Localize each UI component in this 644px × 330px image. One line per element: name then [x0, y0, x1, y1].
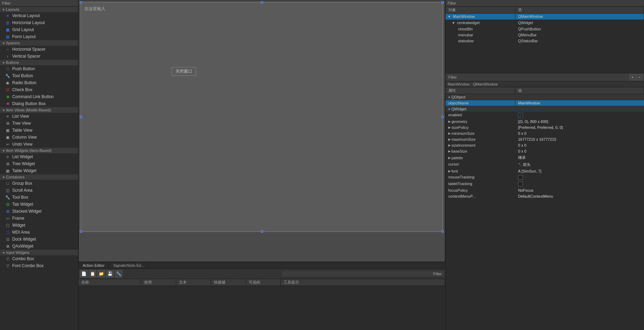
- prop-row-maximumsize[interactable]: maximumSize 16777215 x 16777215: [445, 137, 644, 142]
- tab-action-editor[interactable]: Action Editor: [78, 262, 109, 269]
- sidebar-item-check-box[interactable]: ☑ Check Box: [0, 86, 78, 93]
- sidebar-item-undo-view[interactable]: ↩ Undo View: [0, 141, 78, 148]
- action-copy-btn[interactable]: 📋: [89, 270, 96, 278]
- prop-row-basesize[interactable]: baseSize 0 x 0: [445, 148, 644, 154]
- sidebar-item-dock-widget[interactable]: ⊡ Dock Widget: [0, 236, 78, 243]
- sidebar-item-label: Form Layout: [12, 34, 36, 39]
- prop-key-mousetracking: mouseTracking: [445, 174, 515, 181]
- prop-row-enabled[interactable]: enabled ✓: [445, 112, 644, 119]
- sidebar-item-horizontal-spacer[interactable]: ↔ Horizontal Spacer: [0, 46, 78, 53]
- object-tree-body: ▾ MainWindow QMainWindow ▾ centralwidget…: [445, 14, 644, 73]
- sidebar-item-column-view[interactable]: ▣ Column View: [0, 134, 78, 141]
- prop-row-geometry[interactable]: geometry [(0, 0), 800 x 600]: [445, 119, 644, 125]
- prop-val-cursor: ↖ 箭头: [515, 161, 644, 168]
- prop-row-sizepolicy[interactable]: sizePolicy [Preferred, Preferred, 0, 0]: [445, 125, 644, 131]
- action-new-btn[interactable]: 📄: [80, 270, 88, 278]
- sidebar-item-form-layout[interactable]: ▤ Form Layout: [0, 33, 78, 40]
- sidebar-item-tree-view[interactable]: ⊞ Tree View: [0, 120, 78, 127]
- sidebar-item-push-button[interactable]: □ Push Button: [0, 65, 78, 72]
- sidebar-item-label: Tool Box: [12, 195, 28, 200]
- tree-row-statusbar[interactable]: statusbar QStatusBar: [445, 38, 644, 44]
- sidebar-item-scroll-area[interactable]: ◫ Scroll Area: [0, 187, 78, 194]
- sidebar-item-tree-widget[interactable]: ⊞ Tree Widget: [0, 160, 78, 167]
- check-box-icon: ☑: [5, 87, 10, 93]
- dialog-button-box-icon: ✖: [5, 101, 10, 107]
- col-optional: 可选的: [246, 279, 281, 286]
- sidebar-item-tool-button[interactable]: 🔧 Tool Button: [0, 72, 78, 79]
- sidebar-item-vertical-spacer[interactable]: ↕ Vertical Spacer: [0, 53, 78, 60]
- action-open-btn[interactable]: 📁: [97, 270, 105, 278]
- props-header: 属性 值: [445, 87, 644, 94]
- props-remove-button[interactable]: −: [636, 74, 643, 80]
- sidebar-item-label: Tool Button: [12, 73, 33, 78]
- prop-row-minimumsize[interactable]: minimumSize 0 x 0: [445, 131, 644, 137]
- tab-signals-slots[interactable]: Signals/Slots Ed...: [109, 262, 149, 269]
- mousetracking-checkbox[interactable]: ✓: [518, 175, 523, 180]
- tree-row-closebtn[interactable]: closeBtn QPushButton: [445, 26, 644, 32]
- sidebar-item-grid-layout[interactable]: ▦ Grid Layout: [0, 26, 78, 33]
- handle-tr: [442, 1, 444, 3]
- tree-col-obj: 对象: [445, 7, 515, 13]
- prop-key-focuspolicy: focusPolicy: [445, 188, 515, 193]
- tree-row-centralwidget[interactable]: ▾ centralwidget QWidget: [445, 20, 644, 26]
- sidebar-item-mdi-area[interactable]: ▢ MDI Area: [0, 229, 78, 236]
- sidebar-item-list-view[interactable]: ≡ List View: [0, 113, 78, 120]
- sidebar-item-qax-widget[interactable]: ⊠ QAxWidget: [0, 243, 78, 250]
- prop-row-contextmenupolicy[interactable]: contextMenuP... DefaultContextMenu: [445, 193, 644, 199]
- prop-row-sizeincrement[interactable]: sizeIncrement 0 x 0: [445, 142, 644, 148]
- prop-row-focuspolicy[interactable]: focusPolicy NoFocus: [445, 188, 644, 193]
- action-save-btn[interactable]: 💾: [106, 270, 114, 278]
- canvas-close-button[interactable]: 关闭窗口: [172, 67, 196, 76]
- prop-row-tablettracking[interactable]: tabletTracking ✓: [445, 181, 644, 188]
- sidebar-item-stacked-widget[interactable]: ⊞ Stacked Widget: [0, 208, 78, 215]
- radio-button-icon: ◉: [5, 80, 10, 86]
- props-section-qobject[interactable]: QObject: [445, 94, 644, 100]
- section-item-widgets: Item Widgets (Item-Based): [0, 148, 78, 153]
- prop-val-tablettracking: ✓: [515, 181, 644, 187]
- prop-row-objectname[interactable]: objectName MainWindow: [445, 100, 644, 106]
- section-item-views: Item Views (Model-Based): [0, 107, 78, 113]
- horizontal-layout-icon: |||: [5, 20, 10, 25]
- action-settings-btn[interactable]: 🔧: [115, 270, 122, 278]
- sidebar-item-frame[interactable]: ▭ Frame: [0, 215, 78, 222]
- sidebar-item-command-link-button[interactable]: ⊕ Command Link Button: [0, 93, 78, 100]
- prop-val-sizepolicy: [Preferred, Preferred, 0, 0]: [515, 125, 644, 130]
- prop-row-font[interactable]: font A [SimSun, 7]: [445, 168, 644, 174]
- prop-val-sizeincrement: 0 x 0: [515, 142, 644, 148]
- props-add-button[interactable]: +: [629, 74, 636, 80]
- tree-row-menubar[interactable]: menubar QMenuBar: [445, 32, 644, 38]
- sidebar-item-tool-box[interactable]: 🔧 Tool Box: [0, 194, 78, 201]
- sidebar-item-table-view[interactable]: ▦ Table View: [0, 127, 78, 134]
- handle-br: [442, 230, 444, 233]
- canvas-area[interactable]: 在这里输入 关闭窗口: [78, 0, 445, 262]
- prop-row-mousetracking[interactable]: mouseTracking ✓: [445, 174, 644, 181]
- prop-key-sizepolicy: sizePolicy: [445, 125, 515, 130]
- props-section-qwidget[interactable]: QWidget: [445, 106, 644, 112]
- enabled-checkbox[interactable]: ✓: [518, 113, 523, 118]
- sidebar-item-tab-widget[interactable]: ⊟ Tab Widget: [0, 201, 78, 208]
- tree-row-mainwindow[interactable]: ▾ MainWindow QMainWindow: [445, 14, 644, 20]
- sidebar-item-list-widget[interactable]: ≡ List Widget: [0, 153, 78, 160]
- sidebar-item-widget[interactable]: ▢ Widget: [0, 222, 78, 229]
- sidebar-item-dialog-button-box[interactable]: ✖ Dialog Button Box: [0, 100, 78, 107]
- sidebar-item-table-widget[interactable]: ▦ Table Widget: [0, 167, 78, 174]
- tablettracking-checkbox[interactable]: ✓: [518, 182, 523, 186]
- prop-row-cursor[interactable]: cursor ↖ 箭头: [445, 161, 644, 168]
- sidebar-item-combo-box[interactable]: ▽ Combo Box: [0, 255, 78, 262]
- sidebar-item-vertical-layout[interactable]: ≡ Vertical Layout: [0, 12, 78, 19]
- prop-row-palette[interactable]: palette 继承: [445, 154, 644, 161]
- section-spacers: Spacers: [0, 40, 78, 46]
- sidebar-item-radio-button[interactable]: ◉ Radio Button: [0, 79, 78, 86]
- prop-key-contextmenupolicy: contextMenuP...: [445, 193, 515, 199]
- sidebar-item-font-combo-box[interactable]: ▽ Font Combo Box: [0, 262, 78, 269]
- sidebar-item-label: Radio Button: [12, 80, 36, 85]
- sidebar-item-label: List Widget: [12, 154, 33, 159]
- sidebar-item-label: Widget: [12, 223, 25, 228]
- sidebar-item-label: Check Box: [12, 87, 32, 92]
- widget-icon: ▢: [5, 222, 10, 228]
- sidebar-item-horizontal-layout[interactable]: ||| Horizontal Layout: [0, 19, 78, 26]
- sidebar-item-label: Column View: [12, 135, 37, 140]
- tool-box-icon: 🔧: [5, 195, 10, 200]
- prop-key-palette: palette: [445, 154, 515, 161]
- sidebar-item-group-box[interactable]: □ Group Box: [0, 180, 78, 187]
